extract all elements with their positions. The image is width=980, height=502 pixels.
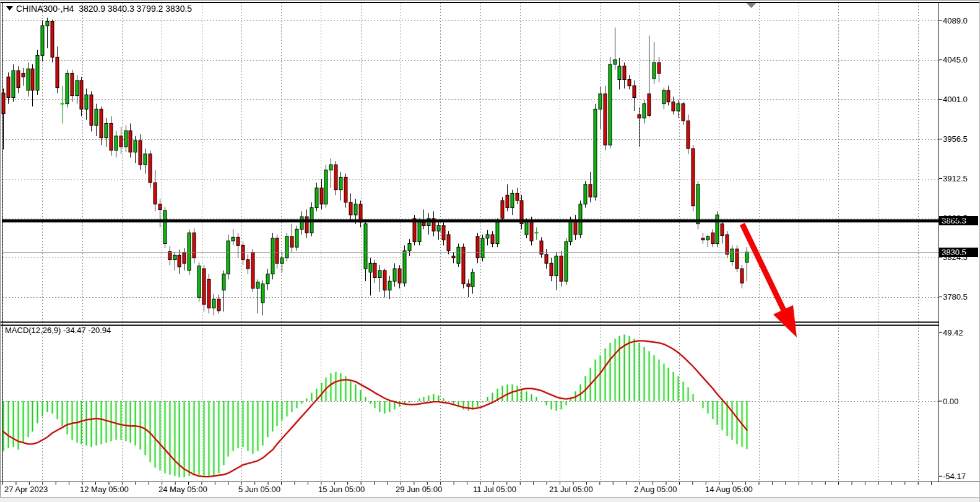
candle-body (550, 263, 553, 275)
candle-body (633, 86, 636, 98)
macd-axis-label: 0.00 (943, 397, 958, 406)
candle-body (95, 109, 98, 125)
time-axis-label: 2 Aug 05:00 (634, 485, 677, 494)
candle-body (90, 95, 93, 125)
candle-body (731, 249, 734, 261)
status-bar-edge (0, 498, 980, 502)
candle-body (437, 226, 440, 232)
candle-body (100, 109, 103, 137)
candle-body (638, 115, 641, 118)
candle-body (27, 69, 30, 90)
candle-body (565, 242, 568, 282)
candle-body (467, 284, 470, 287)
candle-body (300, 217, 303, 229)
candle-body (545, 254, 548, 263)
candle-body (364, 224, 367, 269)
candle-body (735, 249, 739, 269)
candle-body (584, 184, 587, 204)
candle-body (227, 241, 230, 274)
candle-body (115, 136, 118, 150)
candle-body (197, 266, 201, 298)
candle-body (481, 238, 484, 258)
candle-body (222, 274, 225, 290)
chart-canvas[interactable] (0, 0, 980, 502)
candle-body (560, 256, 563, 282)
candle-body (178, 255, 181, 267)
candle-body (36, 55, 39, 90)
support-line[interactable] (2, 219, 939, 222)
time-axis-label: 29 Jun 05:00 (396, 485, 442, 494)
candle-body (569, 220, 572, 242)
price-axis-label: 4089.0 (943, 16, 968, 25)
candle-body (408, 243, 411, 251)
candle-body (452, 256, 455, 258)
time-axis-label: 14 Aug 05:00 (705, 485, 753, 494)
time-axis-label: 15 Jun 05:00 (318, 485, 365, 494)
candle-body (369, 263, 372, 272)
candle-body (232, 237, 235, 241)
candle-body (511, 193, 514, 207)
candle-body (672, 102, 675, 111)
candle-body (66, 73, 69, 103)
time-axis-label: 27 Apr 2023 (4, 485, 48, 494)
candle-body (76, 80, 79, 96)
candle-body (555, 256, 558, 276)
candle-body (80, 80, 83, 109)
symbol-ohlc-header: CHINA300-,H4 3820.9 3840.3 3799.2 3830.5 (16, 4, 192, 14)
candle-body (305, 217, 308, 233)
price-axis-label: 4045.0 (943, 55, 968, 64)
candle-body (85, 95, 88, 109)
candle-body (701, 238, 705, 240)
candle-body (711, 233, 714, 243)
candle-body (373, 263, 376, 277)
candle-body (280, 258, 284, 264)
macd-axis-label: -54.17 (943, 472, 966, 481)
candle-body (324, 170, 327, 204)
candle-body (134, 141, 137, 152)
candle-body (110, 123, 113, 150)
macd-axis-label: 49.42 (943, 328, 963, 337)
time-axis-label: 21 Jul 05:00 (549, 485, 593, 494)
candle-body (476, 236, 479, 258)
candle-body (12, 71, 15, 97)
candle-body (71, 73, 74, 95)
candle-body (349, 202, 352, 215)
candle-body (41, 26, 44, 56)
candle-body (496, 222, 499, 244)
chart-window: CHINA300-,H4 3820.9 3840.3 3799.2 3830.5… (0, 0, 980, 502)
candle-body (168, 252, 171, 260)
price-axis-label: 3956.5 (943, 134, 968, 144)
candle-body (256, 282, 259, 288)
candle-body (648, 94, 651, 116)
candle-body (501, 201, 504, 219)
candle-body (154, 183, 157, 204)
candle-body (628, 80, 631, 86)
candle-body (7, 77, 10, 97)
candle-body (329, 165, 332, 170)
time-axis-label: 5 Jun 05:00 (238, 485, 280, 494)
candle-body (149, 154, 152, 183)
price-axis-label: 3824.5 (943, 253, 968, 262)
candle-body (643, 104, 646, 118)
candle-body (158, 204, 162, 210)
candle-body (623, 66, 626, 80)
candle-body (129, 131, 132, 152)
candle-body (589, 184, 592, 197)
candle-body (383, 270, 386, 290)
time-axis-label: 24 May 05:00 (158, 485, 207, 494)
candle-body (246, 260, 249, 269)
candle-body (193, 233, 196, 258)
candle-body (682, 104, 685, 121)
candle-body (124, 131, 128, 147)
candle-body (687, 121, 690, 149)
candle-body (266, 274, 269, 284)
candle-body (251, 253, 254, 288)
candle-body (418, 222, 421, 242)
candle-body (378, 270, 381, 278)
price-axis-label: 3868.5 (943, 214, 968, 223)
candle-body (486, 235, 489, 238)
candle-body (17, 71, 20, 88)
candle-body (726, 235, 729, 254)
candle-body (217, 299, 220, 311)
candle-body (173, 255, 176, 259)
